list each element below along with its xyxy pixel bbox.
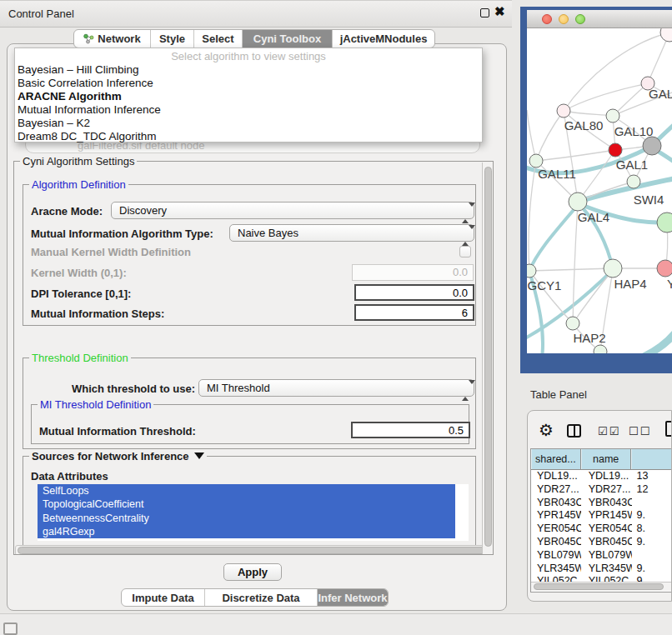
node-table[interactable]: shared...name YDL19...YDL19...13YDR27...…: [530, 448, 672, 592]
algorithm-definition-title: Algorithm Definition: [29, 178, 128, 191]
table-row[interactable]: YDL19...YDL19...13: [531, 470, 672, 483]
algorithm-option-dream8-dc-tdc-algorithm[interactable]: Dream8 DC_TDC Algorithm: [15, 130, 482, 143]
table-column-header[interactable]: name: [581, 449, 632, 469]
table-row[interactable]: YBL079WYBL079W: [531, 549, 672, 562]
network-node[interactable]: [604, 259, 622, 278]
attribute-item-topologicalcoefficient[interactable]: TopologicalCoefficient: [38, 498, 455, 511]
table-cell: [632, 549, 672, 562]
tab-impute-data[interactable]: Impute Data: [122, 589, 205, 606]
tab-label: Select: [202, 32, 233, 45]
vscroll-thumb[interactable]: [484, 167, 492, 547]
dpi-tolerance-field[interactable]: 0.0: [354, 284, 474, 301]
node-label-gal: GAL: [649, 87, 672, 101]
mi-algorithm-type-label: Mutual Information Algorithm Type:: [31, 228, 213, 240]
sources-group-title[interactable]: Sources for Network Inference: [29, 450, 207, 462]
control-panel-titlebar: Control Panel: [0, 0, 512, 28]
restore-panel-icon[interactable]: [3, 622, 18, 635]
algorithm-option-aracne-algorithm[interactable]: ARACNE Algorithm: [15, 90, 482, 103]
network-canvas[interactable]: GALGAL80GAL10GAL1GAL11SWI4GAL4GCY1HAP4YH…: [527, 28, 672, 353]
network-node[interactable]: [606, 109, 619, 122]
network-node[interactable]: [566, 317, 579, 330]
deselect-all-checkboxes-icon[interactable]: ☐☐: [629, 425, 651, 438]
close-icon[interactable]: ✖: [494, 4, 505, 19]
attribute-item-gal4rgexp[interactable]: gal4RGexp: [38, 525, 455, 538]
manual-kernel-width-checkbox[interactable]: [459, 246, 471, 258]
tab-style[interactable]: Style: [151, 30, 194, 48]
status-bar: [0, 614, 672, 635]
columns-icon[interactable]: [567, 424, 581, 438]
table-cell: YDL19...: [531, 470, 581, 483]
table-cell: YER054C: [531, 522, 581, 536]
tab-discretize-data[interactable]: Discretize Data: [205, 589, 318, 606]
table-row[interactable]: YBR045CYBR045C9.: [531, 536, 672, 549]
network-window-titlebar[interactable]: [527, 10, 672, 28]
table-column-header[interactable]: shared...: [531, 449, 581, 469]
which-threshold-combo[interactable]: MI Threshold: [198, 379, 474, 397]
table-horizontal-scrollbar[interactable]: [531, 582, 672, 591]
table-cell: YLR345W: [581, 562, 632, 576]
minimize-traffic-light-icon[interactable]: [559, 14, 569, 24]
table-row[interactable]: YPR145WYPR145W9.: [531, 509, 672, 522]
gear-icon[interactable]: ⚙: [539, 420, 554, 440]
select-all-checkboxes-icon[interactable]: ☑☑: [598, 425, 620, 438]
mi-steps-field[interactable]: 6: [354, 304, 474, 321]
table-cell: YLR345W: [531, 562, 581, 576]
network-node[interactable]: [594, 345, 607, 353]
network-tab-icon: [83, 33, 94, 44]
settings-horizontal-scrollbar[interactable]: [15, 545, 494, 555]
network-node[interactable]: [657, 260, 672, 277]
float-window-icon[interactable]: [480, 8, 489, 18]
network-node[interactable]: [643, 137, 661, 155]
network-edges-teal: [527, 122, 672, 353]
network-node[interactable]: [529, 154, 543, 168]
table-panel: ⚙ ☑☑ ☐☐ shared...name YDL19...YDL19...13…: [527, 410, 672, 602]
network-graph: GALGAL80GAL10GAL1GAL11SWI4GAL4GCY1HAP4YH…: [527, 28, 672, 353]
tab-infer-network[interactable]: Infer Network: [318, 589, 388, 606]
tab-jactivemnodules[interactable]: jActiveMNodules: [333, 30, 434, 48]
tab-network[interactable]: Network: [74, 30, 151, 48]
settings-vertical-scrollbar[interactable]: [482, 162, 494, 555]
table-cell: YDR27...: [531, 483, 581, 497]
network-view-window: GALGAL80GAL10GAL1GAL11SWI4GAL4GCY1HAP4YH…: [520, 7, 672, 373]
table-cell: YBR043C: [581, 497, 632, 510]
mi-algorithm-type-combo[interactable]: Naive Bayes: [229, 224, 474, 242]
aracne-mode-combo[interactable]: Discovery: [111, 202, 474, 219]
which-threshold-label: Which threshold to use:: [72, 382, 195, 395]
zoom-traffic-light-icon[interactable]: [575, 14, 585, 24]
kernel-width-label: Kernel Width (0,1):: [31, 267, 127, 279]
network-node[interactable]: [627, 175, 640, 188]
table-hscroll-thumb[interactable]: [534, 583, 664, 590]
algorithm-option-mutual-information-inference[interactable]: Mutual Information Inference: [15, 103, 482, 117]
algorithm-option-bayesian-k2[interactable]: Bayesian – K2: [15, 117, 482, 130]
network-node[interactable]: [657, 212, 672, 232]
table-cell: YBR043C: [531, 497, 581, 510]
table-header-row: shared...name: [531, 449, 672, 470]
network-node[interactable]: [569, 192, 587, 211]
apply-button[interactable]: Apply: [223, 563, 282, 581]
hscroll-thumb[interactable]: [18, 547, 486, 554]
kernel-width-field: 0.0: [352, 264, 474, 281]
tab-select[interactable]: Select: [194, 30, 243, 48]
network-node[interactable]: [557, 104, 570, 118]
table-row[interactable]: YBR043CYBR043C: [531, 497, 672, 510]
document-icon[interactable]: [665, 421, 672, 437]
attribute-item-betweennesscentrality[interactable]: BetweennessCentrality: [38, 512, 455, 525]
table-row[interactable]: YER054CYER054C8.: [531, 522, 672, 536]
table-row[interactable]: YLR345WYLR345W9.: [531, 562, 672, 576]
network-node[interactable]: [527, 264, 536, 278]
mi-threshold-field[interactable]: 0.5: [351, 422, 470, 438]
algorithm-dropdown-popup: Select algorithm to view settings Bayesi…: [14, 48, 483, 142]
close-traffic-light-icon[interactable]: [542, 14, 552, 24]
network-node[interactable]: [660, 28, 672, 42]
table-cell: YDL19...: [581, 470, 632, 483]
tab-cyni-toolbox[interactable]: Cyni Toolbox: [243, 30, 333, 48]
attribute-item-selfloops[interactable]: SelfLoops: [38, 484, 455, 498]
table-row[interactable]: YDR27...YDR27...12: [531, 483, 672, 497]
table-column-header[interactable]: [631, 449, 672, 469]
algorithm-option-basic-correlation-inference[interactable]: Basic Correlation Inference: [15, 77, 482, 90]
network-nodes[interactable]: [527, 28, 672, 353]
algorithm-option-bayesian-hill-climbing[interactable]: Bayesian – Hill Climbing: [15, 63, 482, 77]
network-node[interactable]: [609, 143, 622, 157]
table-cell: 8.: [632, 522, 672, 536]
table-cell: YBR045C: [531, 536, 581, 549]
